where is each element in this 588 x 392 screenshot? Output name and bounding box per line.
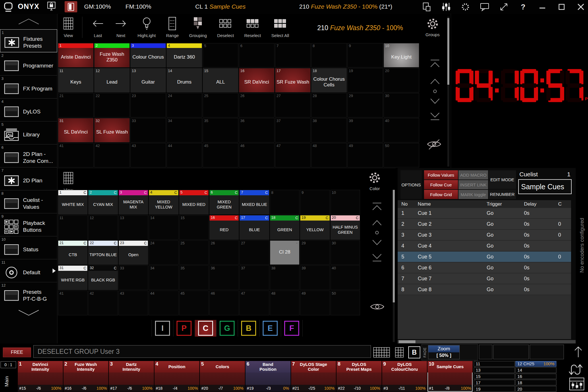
cuelist-name-input[interactable]: Sample Cues: [518, 179, 572, 194]
sidebar-item-fx-program[interactable]: 3FX Program: [0, 75, 57, 98]
cue-table-vertical-scrollbar[interactable]: [571, 200, 576, 339]
swap-pages-icon[interactable]: [568, 362, 583, 377]
group-cell-31[interactable]: 31SL DaVinci: [58, 118, 94, 142]
color-cell-15[interactable]: 15: [179, 215, 209, 240]
group-cell-29[interactable]: 29: [347, 93, 383, 117]
color-cell-4[interactable]: 4CMIXED YELLOW: [149, 190, 178, 215]
group-cell-26[interactable]: 26: [239, 93, 274, 117]
minimize-icon[interactable]: [537, 2, 547, 12]
groups-eye-hidden-icon[interactable]: [426, 138, 442, 150]
color-cell-47[interactable]: 47: [239, 291, 269, 315]
playback-slot-13[interactable]: 13: [474, 367, 515, 373]
attribute-i-button[interactable]: I: [152, 320, 173, 337]
toolbar-deselect-button[interactable]: Deselect: [216, 17, 235, 38]
playback-module-2[interactable]: 2Fuze WashIntensity#16-/6100%: [63, 361, 109, 392]
playback-module-5[interactable]: 5Colors#20-/7100%: [200, 361, 245, 392]
cue-table-horizontal-scrollbar[interactable]: [398, 340, 576, 343]
toolbar-grouping-button[interactable]: Grouping: [188, 17, 208, 38]
windows-icon[interactable]: [422, 2, 432, 12]
sidebar-item-cuelist-values[interactable]: 8Cuelist -Values: [0, 190, 57, 213]
color-cell-25[interactable]: 25: [179, 240, 209, 265]
sidebar-item-2d-plan-zone-com[interactable]: 62D Plan -Zone Com...: [0, 144, 57, 167]
add-macro-button[interactable]: ADD MACRO: [459, 170, 488, 179]
color-cell-5[interactable]: 5CMIXED RED: [179, 190, 209, 215]
groups-settings-button[interactable]: Groups: [425, 17, 440, 37]
group-cell-34[interactable]: 34: [167, 118, 202, 142]
sidebar-item-playback-buttons[interactable]: 9PlaybackButtons: [0, 213, 57, 236]
color-cell-9[interactable]: 9: [300, 190, 330, 215]
faders-icon[interactable]: [441, 2, 451, 12]
playback-module-6[interactable]: 6BandPosition#19-/30%: [245, 361, 291, 392]
group-cell-35[interactable]: 35: [203, 118, 238, 142]
toolbar-reselect-button[interactable]: Reselect: [243, 17, 262, 38]
group-cell-24[interactable]: 24: [167, 93, 202, 117]
color-cell-50[interactable]: 50: [330, 291, 360, 315]
toolbar-last-button[interactable]: Last: [90, 17, 105, 38]
playback-module-7[interactable]: 7DyLOS StageColor#21-/25100%: [291, 361, 336, 392]
playback-module-3[interactable]: 3DartzIntensity#17-/6100%: [109, 361, 154, 392]
color-cell-39[interactable]: 39: [300, 265, 330, 290]
sidebar-item-2d-plan[interactable]: 72D Plan: [0, 167, 57, 190]
color-view-button[interactable]: View: [61, 171, 76, 192]
cue-row-5[interactable]: 5Cue 5Go0s0: [398, 252, 571, 262]
color-cell-20[interactable]: 20CHALF MINUS GREEN: [330, 215, 360, 240]
group-cell-3[interactable]: 3Colour Chorus: [130, 43, 166, 67]
groups-jump-bottom-icon[interactable]: [429, 112, 441, 121]
keyboard-icon[interactable]: [373, 347, 390, 358]
group-cell-22[interactable]: 22: [94, 93, 130, 117]
color-cell-28[interactable]: -Cl 28: [270, 240, 299, 265]
color-cell-35[interactable]: 35: [179, 265, 209, 290]
color-cell-45[interactable]: 45: [179, 291, 209, 315]
group-cell-12[interactable]: 12Lead: [94, 68, 130, 92]
color-cell-7[interactable]: 7CMIXED BLUE: [239, 190, 269, 215]
color-cell-37[interactable]: 37: [239, 265, 269, 290]
sidebar-item-default[interactable]: 11Default: [0, 259, 57, 282]
group-cell-23[interactable]: 23: [130, 93, 166, 117]
chat-icon[interactable]: [480, 2, 490, 12]
playback-module-10[interactable]: 10Sample Cues#1-/8100%: [428, 361, 473, 392]
group-cell-11[interactable]: 11Keys: [58, 68, 94, 92]
group-cell-9[interactable]: 9: [347, 43, 383, 67]
group-cell-17[interactable]: 17SR Fuze Wash: [275, 68, 311, 92]
cue-row-7[interactable]: 7Cue 7Go0s: [398, 273, 571, 284]
color-cell-41[interactable]: 41: [58, 291, 88, 315]
group-cell-20[interactable]: 20: [384, 68, 419, 92]
toolbar-highlight-button[interactable]: HighLight: [136, 17, 157, 38]
renumber-button[interactable]: RENUMBER: [489, 190, 516, 199]
playback-module-8[interactable]: 8DyLOSPreset Maps#22-/10100%: [336, 361, 382, 392]
group-cell-40[interactable]: 40: [384, 118, 419, 142]
color-cell-6[interactable]: 6CMIXED GREEN: [209, 190, 239, 215]
cue-row-2[interactable]: 2Cue 2Go0s0: [398, 219, 571, 230]
attribute-g-button[interactable]: G: [216, 320, 238, 337]
playback-slot-19[interactable]: 19: [474, 386, 515, 392]
follow-grid-button[interactable]: Follow Grid: [424, 190, 458, 199]
color-cell-24[interactable]: 24: [149, 240, 178, 265]
color-cell-30[interactable]: 30: [330, 240, 360, 265]
toolbar-select-all-button[interactable]: Select All: [270, 17, 290, 38]
free-button[interactable]: FREE: [3, 347, 31, 357]
playback-module-4[interactable]: 4Position#18-/4100%: [154, 361, 200, 392]
group-cell-30[interactable]: 30: [384, 93, 419, 117]
toolbar-next-button[interactable]: Next: [113, 17, 128, 38]
group-cell-18[interactable]: 18Colour Chorus Cells: [311, 68, 347, 92]
playback-slot-14[interactable]: 14: [515, 367, 556, 373]
group-cell-44[interactable]: 44: [167, 143, 202, 167]
color-cell-44[interactable]: 44: [149, 291, 178, 315]
sidebar-scroll-down[interactable]: [0, 305, 57, 320]
color-cell-17[interactable]: 17CBLUE: [239, 215, 269, 240]
group-cell-28[interactable]: 28: [311, 93, 347, 117]
spinner-icon[interactable]: [461, 2, 470, 12]
color-cell-43[interactable]: 43: [119, 291, 148, 315]
sidebar-item-fixtures-presets[interactable]: 1FixturesPresets: [0, 29, 57, 52]
color-cell-1[interactable]: 1CWHITE MIX: [58, 190, 88, 215]
color-jump-top-icon[interactable]: [371, 202, 383, 211]
current-selection[interactable]: 210 Fuze Wash Z350 - 100% (21*): [299, 3, 392, 10]
playback-slot-15[interactable]: 15: [474, 374, 515, 379]
attribute-p-button[interactable]: P: [173, 320, 195, 337]
playback-module-1[interactable]: 1DaVinciIntensity#15-/6100%: [18, 361, 63, 392]
sidebar-item-dylos[interactable]: 4DyLOS: [0, 98, 57, 121]
expand-icon[interactable]: [499, 2, 509, 12]
group-cell-13[interactable]: 13Guitar: [130, 68, 166, 92]
color-cell-8[interactable]: 8: [270, 190, 299, 215]
group-cell-45[interactable]: 45: [203, 143, 238, 167]
